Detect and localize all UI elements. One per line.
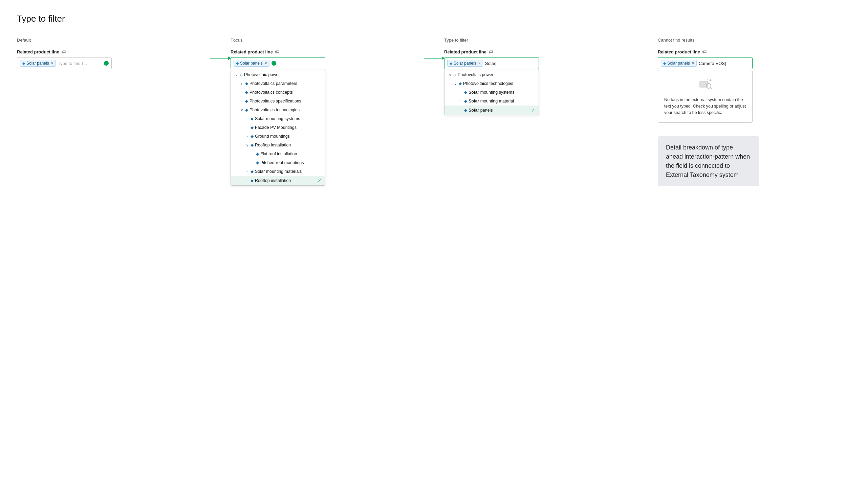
filter-chevron-3: › — [459, 99, 463, 103]
tag-input-focus[interactable]: ◆ Solar panels × — [231, 57, 325, 69]
dropdown-item-7[interactable]: › ◆ Ground mountings — [231, 132, 325, 141]
field-label-focus: Related product line 🏷 — [231, 49, 424, 54]
page-title: Type to filter — [17, 14, 851, 24]
filter-label-1: Photovoltaics technologies — [463, 81, 513, 86]
field-label-no-results: Related product line 🏷 — [658, 49, 851, 54]
check-icon-filter-4: ✓ — [531, 108, 535, 113]
chip-solar-panels-default: ◆ Solar panels × — [20, 60, 56, 67]
dropdown-filter: ∨ ◇ Photovoltaic power ∨ ◆ Photovoltaics… — [444, 70, 539, 115]
no-results-panel: No tags in the external system contain t… — [658, 70, 753, 123]
chip-remove-focus[interactable]: × — [265, 61, 267, 66]
chevron-11: › — [245, 170, 249, 173]
field-label-text: Related product line — [17, 49, 59, 54]
description-box: Detail breakdown of type ahead interacti… — [658, 136, 759, 186]
chip-solar-panels-focus: ◆ Solar panels × — [234, 60, 269, 67]
chip-tag-icon-nr: ◆ — [663, 61, 666, 66]
field-label-icon-filter: 🏷 — [489, 49, 493, 54]
item-label-0: Photovoltaic power — [244, 72, 280, 77]
item-label-5: Solar mounting systems — [255, 116, 300, 121]
filter-chevron-2: › — [459, 91, 463, 94]
chip-label-filter: Solar panels — [454, 61, 476, 66]
filter-label-2: Solar mounting systems — [469, 90, 514, 95]
filter-chevron-4: › — [459, 109, 463, 112]
field-label-default: Related product line 🏷 — [17, 49, 210, 54]
arrow-line-1 — [210, 58, 231, 59]
filter-icon-4: ◆ — [464, 108, 467, 113]
dropdown-item-6[interactable]: ◆ Facade PV Mountings — [231, 123, 325, 132]
filter-item-1[interactable]: ∨ ◆ Photovoltaics technologies — [444, 79, 539, 88]
field-label-text-no-results: Related product line — [658, 49, 700, 54]
chip-remove-nr[interactable]: × — [692, 61, 694, 66]
dropdown-focus: ∨ ◇ Photovoltaic power › ◆ Photovoltaics… — [231, 70, 325, 186]
item-icon-1: ◆ — [245, 81, 248, 86]
tag-input-no-results[interactable]: ◆ Solar panels × Camera EOS| — [658, 57, 753, 69]
filter-item-0[interactable]: ∨ ◇ Photovoltaic power — [444, 70, 539, 79]
dropdown-item-5[interactable]: › ◆ Solar mounting systems — [231, 114, 325, 123]
filter-icon-3: ◆ — [464, 99, 467, 103]
chip-remove-filter[interactable]: × — [478, 61, 481, 66]
column-focus: Focus Related product line 🏷 ◆ Solar pan… — [231, 38, 424, 186]
dropdown-item-9[interactable]: ◆ Flat roof installation — [231, 149, 325, 158]
arrow-2 — [424, 38, 444, 59]
item-label-6: Facade PV Mountings — [255, 125, 297, 130]
item-label-2: Photovoltaics concepts — [249, 90, 293, 95]
item-label-8: Rooftop installation — [255, 143, 291, 147]
item-icon-12: ◆ — [251, 178, 254, 183]
filter-icon-1: ◆ — [459, 81, 462, 86]
check-icon-12: ✓ — [318, 178, 322, 183]
item-icon-3: ◆ — [245, 99, 248, 103]
item-label-10: Pitched-roof mountings — [260, 160, 304, 165]
tag-input-filter[interactable]: ◆ Solar panels × Solar| — [444, 57, 539, 69]
description-text: Detail breakdown of type ahead interacti… — [666, 143, 751, 180]
no-results-query: Camera EOS| — [699, 61, 750, 66]
filter-label-4: Solar panels — [469, 108, 493, 113]
chevron-1: › — [240, 82, 244, 86]
dropdown-item-10[interactable]: ◆ Pitched-roof mountings — [231, 158, 325, 167]
item-icon-9: ◆ — [256, 152, 259, 156]
dropdown-item-11[interactable]: › ◆ Solar mounting materials — [231, 167, 325, 176]
tag-input-default[interactable]: ◆ Solar panels × Type to find t… — [17, 57, 112, 69]
chevron-0: ∨ — [234, 73, 238, 77]
item-label-1: Photovoltaics parameters — [249, 81, 297, 86]
chevron-12: › — [245, 179, 249, 183]
focus-label: Focus — [231, 38, 424, 43]
arrow-1 — [210, 38, 231, 59]
input-placeholder: Type to find t… — [58, 61, 102, 66]
dropdown-item-8[interactable]: ∨ ◆ Rooftop installation — [231, 141, 325, 149]
item-label-9: Flat roof installation — [260, 152, 297, 156]
item-icon-4: ◆ — [245, 108, 248, 112]
filter-label-0: Photovoltaic power — [458, 72, 494, 77]
filter-item-3[interactable]: › ◆ Solar mounting material — [444, 97, 539, 106]
item-label-7: Ground mountings — [255, 134, 290, 139]
column-no-results: Cannot find results Related product line… — [658, 38, 851, 186]
chevron-3: › — [240, 99, 244, 103]
dropdown-item-4[interactable]: ∨ ◆ Photovoltaics technologies — [231, 106, 325, 114]
filter-query: Solar| — [485, 61, 536, 66]
chip-label-focus: Solar panels — [240, 61, 263, 66]
filter-icon-0: ◇ — [453, 72, 456, 77]
chip-remove-button[interactable]: × — [51, 61, 53, 66]
field-label-filter: Related product line 🏷 — [444, 49, 637, 54]
dropdown-item-3[interactable]: › ◆ Photovoltaics specifications — [231, 97, 325, 106]
chip-tag-icon-filter: ◆ — [450, 61, 452, 66]
no-results-icon — [664, 77, 746, 93]
item-label-3: Photovoltaics specifications — [249, 99, 301, 103]
column-filter: Type to filter Related product line 🏷 ◆ … — [444, 38, 637, 115]
column-default: Default Related product line 🏷 ◆ Solar p… — [17, 38, 210, 69]
filter-item-2[interactable]: › ◆ Solar mounting systems — [444, 88, 539, 97]
dropdown-item-12[interactable]: › ◆ Rooftop installation ✓ — [231, 176, 325, 185]
item-icon-2: ◆ — [245, 90, 248, 95]
item-icon-6: ◆ — [251, 125, 254, 130]
filter-label: Type to filter — [444, 38, 637, 43]
filter-chevron-1: ∨ — [453, 82, 457, 86]
no-results-message: No tags in the external system contain t… — [664, 97, 746, 116]
filter-item-4[interactable]: › ◆ Solar panels ✓ — [444, 106, 539, 115]
chevron-8: ∨ — [245, 143, 249, 147]
item-icon-8: ◆ — [251, 143, 254, 147]
chevron-7: › — [245, 135, 249, 138]
dropdown-item-0[interactable]: ∨ ◇ Photovoltaic power — [231, 70, 325, 79]
item-icon-10: ◆ — [256, 160, 259, 165]
dropdown-item-1[interactable]: › ◆ Photovoltaics parameters — [231, 79, 325, 88]
dropdown-item-2[interactable]: › ◆ Photovoltaics concepts — [231, 88, 325, 97]
chevron-2: › — [240, 91, 244, 94]
